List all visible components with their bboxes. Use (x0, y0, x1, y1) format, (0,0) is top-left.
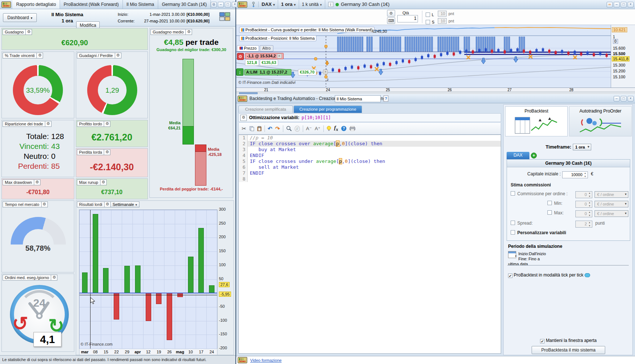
card-probacktest[interactable]: ProBacktest (505, 106, 568, 136)
card-autotrading[interactable]: Autotrading ProOrder (569, 106, 632, 136)
bulb-icon[interactable] (327, 126, 331, 131)
chart-scrollbar[interactable] (236, 92, 635, 94)
dashboard-dropdown[interactable]: Dashboard (3, 13, 37, 22)
long-checkbox[interactable]: L (426, 11, 434, 18)
font-smaller-icon[interactable]: A⁻ (306, 126, 312, 131)
long-points-input[interactable]: 10 (438, 11, 447, 17)
commission-checkbox[interactable] (511, 191, 515, 196)
tab-rapporto-dettagliato[interactable]: Rapporto dettagliato (13, 0, 60, 9)
tab-creazione-semplificata[interactable]: Creazione semplificata (238, 106, 293, 113)
wrench-icon[interactable]: ⚙ (104, 201, 111, 207)
custom-vars-checkbox[interactable] (511, 230, 515, 235)
symbol-dropdown[interactable]: DAX▾ (259, 0, 278, 9)
maximize-icon[interactable]: □ (225, 2, 231, 7)
symbol-tab-dax[interactable]: DAX (507, 152, 529, 159)
spread-input[interactable]: 2▲▼ (575, 221, 592, 228)
wrench-icon[interactable]: ⚙ (26, 29, 32, 35)
min-unit-select[interactable]: € / ordine (595, 201, 628, 207)
max-input[interactable]: 0▲▼ (575, 210, 592, 217)
order-label[interactable]: A:LIM 1,1 @ 15.237,2 (244, 69, 291, 75)
time-axis[interactable]: 212425262728 (236, 88, 635, 92)
system-name-input[interactable] (335, 95, 381, 102)
tab-creazione-programmazione[interactable]: Creazione per programmazione (294, 106, 362, 113)
info-icon[interactable]: i (328, 2, 333, 7)
keyboard-icon[interactable]: ⌨ (387, 17, 395, 24)
period-dropdown[interactable]: Settimanale (111, 201, 139, 207)
close-position-icon[interactable]: ✕ (277, 54, 282, 58)
short-points-input[interactable]: 10 (438, 18, 447, 24)
short-checkbox[interactable]: S (426, 18, 434, 25)
weekly-results-chart[interactable] (79, 210, 217, 349)
pin-icon[interactable] (249, 1, 259, 7)
wrench-icon[interactable]: ⚙ (45, 121, 52, 127)
link-icon[interactable]: ∞ (607, 2, 613, 7)
comment-icon[interactable]: // (295, 126, 300, 132)
tab-probacktest-walk-forward[interactable]: ProBacktest (Walk Forward) (60, 0, 123, 9)
min-checkbox[interactable] (547, 201, 552, 205)
undo-icon[interactable]: ↶ (268, 125, 273, 132)
max-unit-select[interactable]: € / ordine (595, 210, 628, 217)
keep-open-checkbox[interactable] (540, 339, 544, 343)
wrench-icon[interactable]: ⚙ (115, 53, 121, 58)
commission-unit-select[interactable]: € / ordine (595, 191, 628, 198)
wrench-icon[interactable]: ⚙ (34, 179, 40, 185)
wrench-icon[interactable]: ⚙ (100, 179, 107, 185)
wrench-icon[interactable]: ⚙ (42, 201, 48, 207)
minimize-icon[interactable]: – (614, 2, 620, 7)
position-label[interactable]: -1,1 @ 15.534,2 ✕ (245, 53, 284, 59)
dashboard-grid-icon[interactable] (219, 11, 230, 22)
printer-icon[interactable] (350, 126, 355, 131)
calendar-icon[interactable] (508, 251, 516, 258)
price-scale[interactable]: 10.6211015.60015.50015.411,815.30015.200… (611, 25, 635, 88)
doc-help-icon[interactable]: ? (383, 95, 389, 102)
updown-arrow-icon[interactable]: ↕ (236, 68, 244, 76)
code-editor[interactable]: 1//p = 102IF close crosses over average[… (238, 135, 501, 354)
copy-icon[interactable] (249, 126, 254, 131)
font-bigger-icon[interactable]: A⁺ (315, 126, 320, 131)
minimize-icon[interactable]: – (218, 2, 224, 7)
close-icon[interactable]: × (628, 96, 634, 101)
equity-curve-ribbon[interactable]: ProBacktest - Curva guadagni e perdite: … (239, 27, 375, 33)
qty-input[interactable]: 1 (397, 15, 418, 22)
close-icon[interactable]: × (628, 2, 634, 7)
help-icon[interactable]: ? (341, 126, 347, 131)
maximize-icon[interactable]: □ (621, 96, 627, 101)
maximize-icon[interactable]: □ (621, 2, 627, 7)
video-formazione-link[interactable]: Video formazione (250, 358, 281, 363)
cut-icon[interactable]: ✂ (242, 125, 246, 132)
share-icon[interactable]: ⧉ (211, 2, 217, 7)
wrench-icon[interactable]: ⚙ (387, 10, 395, 17)
timeframe-select[interactable]: 1 ora (573, 144, 591, 150)
wrench-icon[interactable]: ⚙ (104, 121, 110, 127)
spread-checkbox[interactable] (511, 221, 515, 225)
run-backtest-button[interactable]: ProBacktesta il mio sistema (532, 346, 605, 354)
tab-prezzo[interactable]: Prezzo (237, 45, 259, 51)
commission-input[interactable]: 0▲▼ (575, 191, 592, 198)
add-symbol-icon[interactable]: + (531, 153, 537, 158)
wrench-icon[interactable]: ⚙ (186, 29, 192, 35)
price-chart[interactable]: 2 ProBacktest - Curva guadagni e perdite… (236, 25, 611, 88)
wrench-icon[interactable]: ⚙ (240, 115, 247, 121)
tab-germany-30-cash[interactable]: Germany 30 Cash (1€) (158, 0, 211, 9)
paste-icon[interactable] (257, 126, 262, 131)
close-order-icon[interactable]: ✕ (323, 69, 328, 74)
max-checkbox[interactable] (547, 210, 552, 215)
units-dropdown[interactable]: 1 k unità▾ (299, 0, 325, 9)
positions-ribbon[interactable]: ProBacktest - Posizioni: Il Mio Sistema (239, 35, 316, 41)
min-input[interactable]: 0▲▼ (575, 201, 592, 208)
tab-altro[interactable]: Altro (260, 45, 273, 51)
tick-mode-checkbox[interactable] (508, 274, 512, 278)
wrench-icon[interactable]: ⚙ (104, 149, 110, 155)
wrench-icon[interactable]: ⚙ (37, 53, 43, 58)
redo-icon[interactable]: ↷ (275, 125, 280, 132)
optimization-value[interactable]: p[10;10][1] (302, 115, 331, 120)
timeframe-dropdown[interactable]: 1 ora▾ (278, 0, 299, 9)
fx-icon[interactable]: fx (334, 125, 338, 132)
minimize-icon[interactable]: – (614, 96, 620, 101)
speech-bubble-icon[interactable] (585, 273, 590, 277)
gear-icon[interactable]: ⚙ (237, 53, 244, 60)
wrench-icon[interactable]: ⚙ (51, 275, 57, 281)
capital-input[interactable]: 10000▲▼ (562, 171, 588, 178)
tab-il-mio-sistema[interactable]: Il Mio Sistema (123, 0, 158, 9)
search-icon[interactable] (286, 126, 292, 131)
